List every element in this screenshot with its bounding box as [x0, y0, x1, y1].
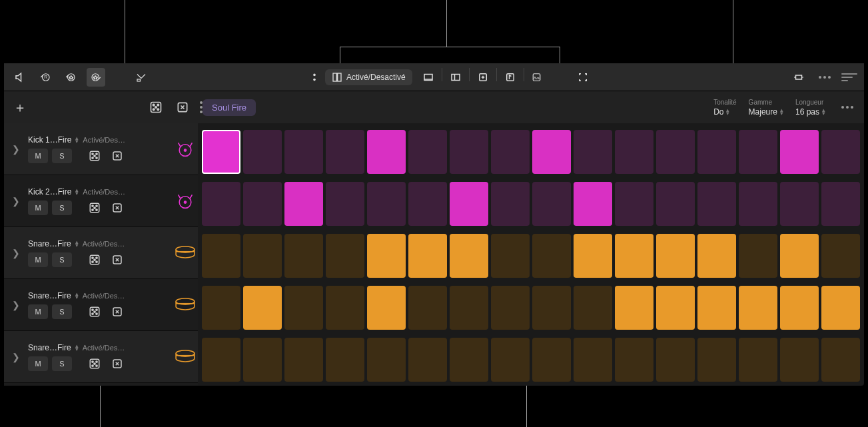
randomize-track-button[interactable]: [85, 356, 104, 371]
step-cell[interactable]: [574, 182, 612, 226]
snap-icon[interactable]: [132, 68, 151, 87]
mute-button[interactable]: M: [28, 356, 48, 371]
track-name-row[interactable]: Kick 2…Fire ▴▾ Activé/Des…: [28, 187, 173, 197]
step-cell[interactable]: [739, 182, 777, 226]
step-cell[interactable]: [532, 286, 571, 330]
step-cell[interactable]: [821, 286, 860, 330]
step-cell[interactable]: [532, 338, 571, 382]
step-cell[interactable]: [780, 130, 819, 174]
randomize-track-button[interactable]: [85, 149, 104, 163]
midi-out-icon[interactable]: [61, 68, 80, 87]
mute-button[interactable]: M: [28, 304, 48, 319]
length-param[interactable]: Longueur 16 pas▴▾: [795, 99, 825, 117]
step-cell[interactable]: [780, 338, 819, 382]
hamburger-menu-icon[interactable]: [841, 73, 857, 81]
step-cell[interactable]: [532, 130, 571, 174]
step-cell[interactable]: [450, 234, 488, 278]
expand-track-button[interactable]: ❯: [4, 144, 28, 155]
step-cell[interactable]: [615, 286, 653, 330]
expand-track-button[interactable]: ❯: [4, 352, 28, 362]
mute-button[interactable]: M: [28, 252, 48, 267]
focus-icon[interactable]: [574, 68, 592, 87]
clear-track-button[interactable]: [108, 201, 127, 215]
solo-button[interactable]: S: [52, 356, 72, 371]
loop-icon[interactable]: [474, 68, 492, 87]
step-cell[interactable]: [243, 234, 282, 278]
expand-track-button[interactable]: ❯: [4, 248, 28, 258]
menu-dot-icon[interactable]: [310, 68, 318, 87]
track-name-row[interactable]: Snare…Fire ▴▾ Activé/Des…: [28, 291, 173, 300]
octave-icon[interactable]: 8va: [528, 68, 547, 87]
scale-param[interactable]: Gamme Majeure▴▾: [749, 99, 783, 117]
step-cell[interactable]: [615, 130, 653, 174]
step-cell[interactable]: [615, 234, 653, 278]
step-cell[interactable]: [739, 234, 777, 278]
step-cell[interactable]: [326, 130, 364, 174]
solo-button[interactable]: S: [52, 252, 72, 267]
expand-track-button[interactable]: ❯: [4, 300, 28, 310]
step-cell[interactable]: [408, 182, 447, 226]
step-cell[interactable]: [284, 130, 323, 174]
step-cell[interactable]: [821, 182, 860, 226]
step-cell[interactable]: [574, 234, 612, 278]
step-cell[interactable]: [739, 286, 777, 330]
randomize-track-button[interactable]: [85, 304, 104, 319]
track-name-row[interactable]: Snare…Fire ▴▾ Activé/Des…: [28, 239, 173, 248]
step-cell[interactable]: [450, 130, 488, 174]
step-cell[interactable]: [491, 234, 530, 278]
fit-icon[interactable]: [789, 68, 808, 87]
step-cell[interactable]: [243, 338, 282, 382]
mute-button[interactable]: M: [28, 201, 48, 215]
midi-in-icon[interactable]: [87, 68, 105, 87]
step-cell[interactable]: [697, 182, 736, 226]
view-mode-2-icon[interactable]: [446, 68, 465, 87]
step-cell[interactable]: [697, 286, 736, 330]
track-name-row[interactable]: Kick 1…Fire ▴▾ Activé/Des…: [28, 135, 173, 145]
step-cell[interactable]: [450, 182, 488, 226]
step-cell[interactable]: [780, 182, 819, 226]
expand-track-button[interactable]: ❯: [4, 196, 28, 207]
step-cell[interactable]: [408, 130, 447, 174]
volume-icon[interactable]: [11, 68, 29, 87]
solo-button[interactable]: S: [52, 149, 72, 163]
step-cell[interactable]: [615, 182, 653, 226]
step-cell[interactable]: [326, 182, 364, 226]
step-cell[interactable]: [243, 286, 282, 330]
track-name-row[interactable]: Snare…Fire ▴▾ Activé/Des…: [28, 343, 173, 352]
step-cell[interactable]: [821, 130, 860, 174]
step-cell[interactable]: [367, 338, 406, 382]
pattern-selector[interactable]: Soul Fire: [203, 99, 256, 116]
step-cell[interactable]: [491, 338, 530, 382]
step-cell[interactable]: [202, 286, 240, 330]
step-cell[interactable]: [739, 130, 777, 174]
step-cell[interactable]: [656, 182, 695, 226]
step-cell[interactable]: [656, 234, 695, 278]
record-icon[interactable]: R: [36, 68, 55, 87]
step-cell[interactable]: [202, 182, 240, 226]
mute-button[interactable]: M: [28, 149, 48, 163]
clear-all-button[interactable]: [173, 100, 192, 115]
randomize-all-button[interactable]: [147, 100, 165, 115]
step-cell[interactable]: [202, 338, 240, 382]
step-cell[interactable]: [202, 234, 240, 278]
step-cell[interactable]: [367, 234, 406, 278]
step-cell[interactable]: [574, 286, 612, 330]
step-cell[interactable]: [408, 338, 447, 382]
step-cell[interactable]: [243, 182, 282, 226]
note-icon[interactable]: [501, 68, 520, 87]
step-cell[interactable]: [532, 182, 571, 226]
clear-track-button[interactable]: [108, 149, 127, 163]
step-cell[interactable]: [697, 130, 736, 174]
step-cell[interactable]: [326, 234, 364, 278]
step-cell[interactable]: [780, 286, 819, 330]
step-cell[interactable]: [367, 182, 406, 226]
step-cell[interactable]: [656, 286, 695, 330]
step-cell[interactable]: [450, 338, 488, 382]
add-track-button[interactable]: ＋: [11, 98, 29, 117]
step-cell[interactable]: [739, 338, 777, 382]
step-cell[interactable]: [491, 182, 530, 226]
step-cell[interactable]: [408, 234, 447, 278]
step-cell[interactable]: [367, 286, 406, 330]
step-cell[interactable]: [615, 338, 653, 382]
step-cell[interactable]: [326, 286, 364, 330]
